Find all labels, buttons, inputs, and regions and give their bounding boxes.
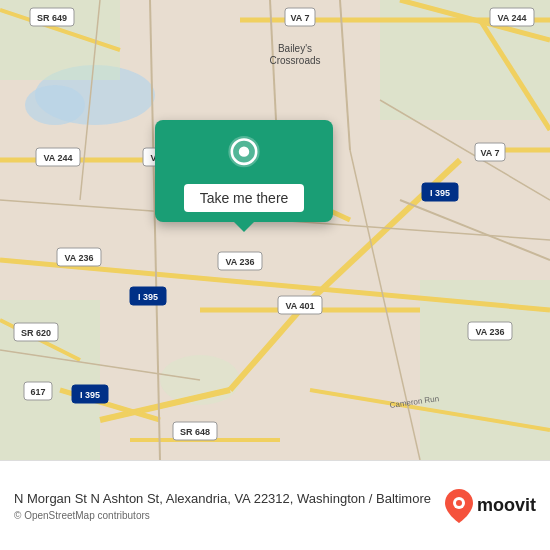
svg-text:VA 244: VA 244 bbox=[497, 13, 526, 23]
bottom-bar: N Morgan St N Ashton St, Alexandria, VA … bbox=[0, 460, 550, 550]
osm-credit: © OpenStreetMap contributors bbox=[14, 510, 433, 521]
svg-text:I 395: I 395 bbox=[80, 390, 100, 400]
svg-text:I 395: I 395 bbox=[138, 292, 158, 302]
svg-text:VA 236: VA 236 bbox=[475, 327, 504, 337]
take-me-there-popup[interactable]: Take me there bbox=[155, 120, 333, 222]
svg-text:SR 648: SR 648 bbox=[180, 427, 210, 437]
svg-text:SR 620: SR 620 bbox=[21, 328, 51, 338]
address-text: N Morgan St N Ashton St, Alexandria, VA … bbox=[14, 490, 433, 508]
svg-text:VA 244: VA 244 bbox=[43, 153, 72, 163]
svg-text:VA 7: VA 7 bbox=[290, 13, 309, 23]
moovit-brand-text: moovit bbox=[477, 495, 536, 516]
address-section: N Morgan St N Ashton St, Alexandria, VA … bbox=[14, 490, 433, 521]
svg-point-70 bbox=[239, 146, 249, 156]
svg-point-2 bbox=[25, 85, 85, 125]
svg-text:VA 236: VA 236 bbox=[64, 253, 93, 263]
svg-text:Bailey's: Bailey's bbox=[278, 43, 312, 54]
svg-text:617: 617 bbox=[30, 387, 45, 397]
svg-text:I 395: I 395 bbox=[430, 188, 450, 198]
svg-text:VA 7: VA 7 bbox=[480, 148, 499, 158]
take-me-there-button[interactable]: Take me there bbox=[184, 184, 305, 212]
svg-point-72 bbox=[456, 500, 462, 506]
moovit-logo: moovit bbox=[445, 489, 536, 523]
moovit-pin-icon bbox=[445, 489, 473, 523]
svg-text:VA 236: VA 236 bbox=[225, 257, 254, 267]
svg-text:VA 401: VA 401 bbox=[285, 301, 314, 311]
svg-text:SR 649: SR 649 bbox=[37, 13, 67, 23]
svg-text:Crossroads: Crossroads bbox=[269, 55, 320, 66]
location-pin-icon bbox=[224, 136, 264, 176]
map-container: SR 649 VA 7 VA 244 VA 244 VA 244 VA 7 I … bbox=[0, 0, 550, 460]
